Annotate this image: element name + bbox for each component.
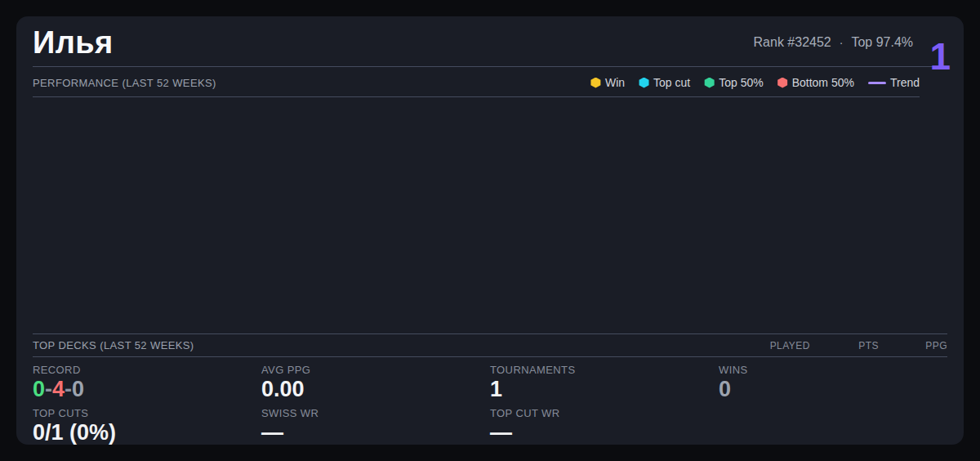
played-column-header: PLAYED (742, 340, 810, 351)
swiss-wr-label: SWISS WR (261, 407, 490, 419)
legend-item-win: Win (590, 76, 625, 89)
win-dot-icon (590, 78, 601, 88)
bottom-50-dot-icon (777, 78, 788, 88)
legend-label: Top 50% (719, 76, 763, 89)
legend-item-top-cut: Top cut (639, 76, 690, 89)
legend-label: Trend (890, 76, 920, 89)
stats-column-wins: WINS 0 Apr 25, 2026 (719, 364, 947, 461)
top-cut-wr-value: — (490, 420, 719, 445)
record-label: RECORD (33, 364, 261, 376)
stats-grid: RECORD 0-4-0 TOP CUTS 0/1 (0%) AVG PPG 0… (33, 357, 947, 461)
wins-label: WINS (719, 364, 947, 376)
legend-label: Bottom 50% (792, 76, 854, 89)
wins-value: 0 (719, 377, 947, 402)
header-row: Илья Rank #32452 · Top 97.4% (33, 16, 947, 67)
top-cut-wr-label: TOP CUT WR (490, 407, 719, 419)
legend-label: Win (605, 76, 625, 89)
rank-separator: · (840, 36, 844, 49)
performance-section-title: PERFORMANCE (LAST 52 WEEKS) (33, 77, 216, 89)
legend-item-trend: Trend (868, 76, 920, 89)
pts-column-header: PTS (810, 340, 879, 351)
top-decks-header-row: TOP DECKS (LAST 52 WEEKS) PLAYED PTS PPG (33, 334, 947, 357)
legend-label: Top cut (653, 76, 690, 89)
player-stats-card: Илья Rank #32452 · Top 97.4% 1 PERFORMAN… (16, 16, 964, 445)
record-losses: 4 (52, 377, 65, 401)
tournaments-label: TOURNAMENTS (490, 364, 719, 376)
rank-text: Rank #32452 (754, 35, 831, 50)
ppg-column-header: PPG (879, 340, 947, 351)
top-cut-dot-icon (639, 78, 649, 88)
record-wins: 0 (33, 377, 45, 401)
record-draws: 0 (72, 377, 84, 401)
swiss-wr-value: — (261, 420, 490, 445)
tournaments-value: 1 (490, 377, 719, 402)
avg-ppg-label: AVG PPG (261, 364, 490, 376)
top-decks-section-title: TOP DECKS (LAST 52 WEEKS) (33, 339, 194, 351)
top-50-dot-icon (704, 78, 715, 88)
stats-column-record: RECORD 0-4-0 TOP CUTS 0/1 (0%) (33, 364, 261, 461)
deck-column-headers: PLAYED PTS PPG (742, 340, 947, 351)
top-percent-text: Top 97.4% (851, 35, 913, 50)
stats-column-tournaments: TOURNAMENTS 1 TOP CUT WR — (490, 364, 719, 461)
rank-number-badge: 1 (929, 38, 951, 75)
legend-item-top-50: Top 50% (704, 76, 763, 89)
avg-ppg-value: 0.00 (261, 377, 490, 402)
legend-item-bottom-50: Bottom 50% (777, 76, 854, 89)
top-cuts-label: TOP CUTS (33, 407, 261, 419)
performance-header-row: PERFORMANCE (LAST 52 WEEKS) Win Top cut … (33, 67, 920, 97)
record-value: 0-4-0 (33, 377, 261, 402)
trend-line-icon (868, 82, 886, 84)
top-cuts-value: 0/1 (0%) (33, 420, 261, 445)
rank-summary: Rank #32452 · Top 97.4% (754, 35, 913, 50)
player-name: Илья (33, 24, 114, 61)
performance-chart (33, 97, 947, 334)
chart-legend: Win Top cut Top 50% Bottom 50% Trend (590, 76, 920, 89)
stats-column-ppg: AVG PPG 0.00 SWISS WR — (261, 364, 490, 461)
